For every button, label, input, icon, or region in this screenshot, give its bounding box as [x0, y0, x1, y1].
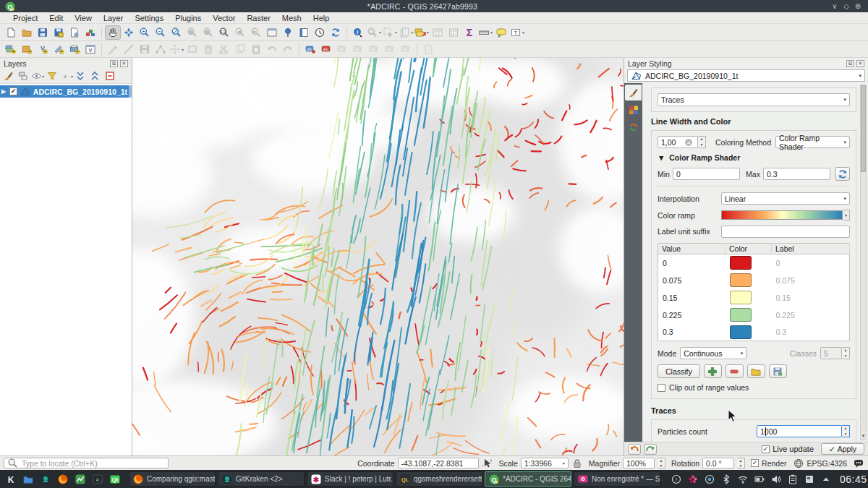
toggle-editing-icon[interactable]: [105, 42, 121, 56]
style-manager-icon[interactable]: [82, 25, 98, 40]
pan-to-selection-icon[interactable]: [121, 25, 137, 40]
attribute-table-icon[interactable]: [430, 25, 446, 40]
styling-scrollbar[interactable]: ▼: [860, 85, 867, 440]
redo-icon[interactable]: [280, 42, 296, 56]
apply-button[interactable]: ✓ Apply: [821, 443, 864, 455]
vertex-tool-icon[interactable]: [153, 42, 169, 56]
line-width-input[interactable]: 1,00 ×: [658, 136, 698, 148]
task-qgis[interactable]: Q*ADCIRC - QGIS 26427...: [485, 471, 571, 487]
save-project-as-icon[interactable]: [51, 25, 67, 40]
menu-plugins[interactable]: Plugins: [169, 13, 207, 23]
render-checkbox[interactable]: ✓: [751, 459, 759, 467]
table-row[interactable]: 00: [658, 254, 850, 272]
save-edits-icon[interactable]: [137, 42, 153, 56]
label-unit-suffix-input[interactable]: [721, 226, 850, 238]
zoom-next-icon[interactable]: ▶: [248, 25, 264, 40]
save-project-icon[interactable]: [35, 25, 51, 40]
value-cell[interactable]: 0.15: [658, 289, 726, 307]
table-row[interactable]: 0.0750.075: [658, 272, 850, 289]
coloring-method-combo[interactable]: Color Ramp Shader▾: [775, 136, 850, 148]
magnifier-stepper[interactable]: ▲▼: [658, 458, 665, 468]
classify-button[interactable]: Classify: [658, 364, 700, 378]
text-annotation-icon[interactable]: T▾: [509, 25, 525, 40]
color-ramp-dropdown[interactable]: ▾: [843, 210, 850, 221]
task-firefox[interactable]: Comparing qgis:mast...: [129, 471, 216, 487]
close-icon[interactable]: ⊗: [852, 2, 864, 10]
tray-info-icon[interactable]: !: [671, 474, 682, 485]
rotation-stepper[interactable]: ▲▼: [737, 458, 745, 468]
float-panel-icon[interactable]: ⧉: [846, 60, 854, 67]
reshape-feature-icon[interactable]: [184, 42, 200, 56]
project-properties-icon[interactable]: [67, 25, 82, 40]
pan-map-icon[interactable]: [105, 25, 121, 40]
layer-diagram-icon[interactable]: abc: [318, 42, 334, 56]
select-by-form-icon[interactable]: ▾: [382, 25, 398, 40]
collapse-all-icon[interactable]: [89, 69, 102, 82]
history-tab-icon[interactable]: [625, 119, 642, 135]
extents-toggle-icon[interactable]: [482, 458, 493, 469]
locate-input[interactable]: Type to locate (Ctrl+K): [4, 458, 169, 468]
terminal-launcher-icon[interactable]: >_: [90, 471, 105, 487]
color-swatch[interactable]: [730, 273, 752, 287]
menu-mesh[interactable]: Mesh: [276, 13, 307, 23]
close-panel-icon[interactable]: ✕: [856, 60, 864, 67]
value-cell[interactable]: 0.3: [658, 324, 726, 341]
tray-doc-icon[interactable]: [804, 474, 815, 485]
messages-icon[interactable]: [853, 458, 864, 469]
map-canvas[interactable]: [132, 58, 624, 455]
clip-checkbox[interactable]: [658, 384, 665, 392]
new-geopackage-icon[interactable]: +: [19, 42, 35, 56]
table-row[interactable]: 0.2250.225: [658, 307, 850, 324]
zoom-full-icon[interactable]: ⤢: [169, 25, 184, 40]
value-cell[interactable]: 0.075: [658, 272, 726, 289]
menu-help[interactable]: Help: [307, 13, 336, 23]
paste-features-icon[interactable]: [248, 42, 264, 56]
zoom-to-layer-icon[interactable]: ▦: [200, 25, 216, 40]
line-width-stepper[interactable]: ▲▼: [698, 136, 706, 148]
zoom-out-icon[interactable]: −: [153, 25, 169, 40]
tray-batt-icon[interactable]: [754, 474, 765, 485]
refresh-icon[interactable]: [328, 25, 344, 40]
delete-selected-icon[interactable]: [200, 42, 216, 56]
tray-flower-icon[interactable]: [687, 474, 699, 485]
float-panel-icon[interactable]: ⧉: [110, 60, 118, 67]
filter-expression-icon[interactable]: ε▾: [60, 69, 73, 82]
menu-layer[interactable]: Layer: [98, 13, 129, 23]
table-header-label[interactable]: Label: [772, 244, 850, 254]
save-ramp-button[interactable]: ✓: [769, 364, 787, 378]
deselect-features-icon[interactable]: ▾: [398, 25, 414, 40]
move-feature-icon[interactable]: ▾: [169, 42, 184, 56]
file-manager-icon[interactable]: [20, 471, 35, 487]
media-app-icon[interactable]: [72, 471, 88, 487]
menu-view[interactable]: View: [69, 13, 98, 23]
task-gitkraken[interactable]: GitKraken <2>: [218, 471, 305, 487]
highlight-labels-icon[interactable]: abc: [350, 42, 366, 56]
tray-bt-icon[interactable]: [720, 474, 732, 485]
rotate-label-icon[interactable]: abc: [382, 42, 398, 56]
interpolation-combo[interactable]: Linear▾: [721, 192, 850, 205]
restore-icon[interactable]: ◇: [841, 2, 852, 10]
mesh-3d-tab-icon[interactable]: [625, 102, 642, 118]
magnifier-input[interactable]: 100%: [623, 458, 655, 468]
undo-style-button[interactable]: [628, 444, 641, 455]
color-ramp-shader-group[interactable]: ▼ Color Ramp Shader: [658, 153, 850, 162]
expand-all-icon[interactable]: [75, 69, 88, 82]
color-swatch[interactable]: [730, 308, 752, 322]
zoom-last-icon[interactable]: ◀: [232, 25, 248, 40]
layer-item[interactable]: ▶ ✓ ADCIRC_BG_20190910_1t: [0, 85, 132, 98]
live-update-checkbox[interactable]: ✓: [762, 445, 770, 453]
reload-minmax-button[interactable]: [835, 167, 850, 181]
new-spatialite-icon[interactable]: +: [67, 42, 82, 56]
select-by-value-icon[interactable]: ✗▾: [414, 25, 430, 40]
redo-style-button[interactable]: [644, 444, 657, 455]
label-cell[interactable]: 0: [772, 254, 850, 272]
color-swatch[interactable]: [730, 256, 752, 270]
measure-icon[interactable]: ▾: [477, 25, 493, 40]
layer-labeling-icon[interactable]: abc: [302, 42, 318, 56]
crs-label[interactable]: EPSG:4326: [807, 459, 847, 468]
menu-settings[interactable]: Settings: [129, 13, 169, 23]
new-shapefile-icon[interactable]: V+: [35, 42, 51, 56]
change-label-icon[interactable]: abc: [398, 42, 414, 56]
tray-up-icon[interactable]: [820, 474, 832, 485]
menu-project[interactable]: Project: [7, 13, 43, 23]
